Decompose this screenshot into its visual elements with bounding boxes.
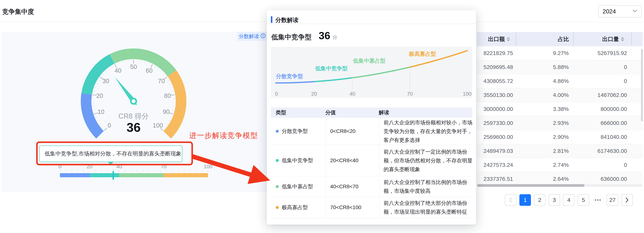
desc-text: 前八大企业控制了绝大部分的市场份额，市场呈现出明显的寡头垄断特征	[384, 199, 472, 216]
score-interpretation-modal: 分数解读 低集中竞争型 36 分 分散竞争型 低集中竞争型 低集中寡占型 极高寡…	[267, 10, 476, 225]
cell-export-volume: 0	[573, 60, 627, 74]
cell-export-volume: 841040.00	[573, 130, 627, 144]
modal-title-accent-bar	[271, 16, 272, 23]
desc-text: 前八大企业控制了一定比例的市场份额，但市场仍然相对分散，不存在明显的寡头垄断现象	[384, 147, 472, 174]
type-dot	[276, 206, 279, 209]
pagination-page-2[interactable]: 2	[534, 194, 546, 206]
cell-share: 3.38%	[516, 102, 569, 116]
pagination-page-27[interactable]: 27	[607, 194, 618, 206]
gauge-metric-label: CR8 得分	[96, 111, 171, 121]
cell-export-amount: 2427573.24	[477, 158, 513, 172]
table-header-share: 占比	[522, 32, 569, 46]
th-type: 类型	[276, 109, 286, 116]
curve-x-label-40: 40	[350, 91, 355, 97]
modal-score-unit: 分	[332, 34, 337, 41]
table-row: 3550130.00 4.00% 1467062.00	[477, 88, 643, 102]
table-row: 2337376.51 2.64% 636000.00	[477, 172, 643, 186]
type-name: 极高寡占型	[282, 204, 308, 211]
column-divider	[516, 32, 516, 46]
scale-bar-segment-1	[60, 173, 90, 177]
interpretation-curve-chart: 分散竞争型 低集中竞争型 低集中寡占型 极高寡占型 0 20 40 70 100	[271, 47, 472, 98]
gauge-score-value: 36	[96, 120, 171, 135]
table-row: 2427573.24 2.74% 0	[477, 158, 643, 172]
type-dot	[276, 159, 279, 162]
curve-label-low-oligopoly: 低集中寡占型	[353, 58, 386, 64]
range-value: 20<CR8<40	[330, 158, 358, 164]
page-title: 竞争集中度	[2, 7, 34, 16]
cell-export-amount: 5209695.48	[477, 60, 513, 74]
pagination-page-3[interactable]: 3	[548, 194, 560, 206]
type-name: 分散竞争型	[282, 128, 308, 135]
header-label: 出口量	[602, 35, 619, 43]
cell-export-volume: 0	[573, 74, 627, 88]
pagination-page-5[interactable]: 5	[578, 194, 589, 206]
header-label: 占比	[558, 35, 569, 43]
range-value: 40<CR8<70	[330, 184, 358, 190]
table-row: 4308055.72 4.86% 0	[477, 74, 643, 88]
scale-bar-label-20: 20	[82, 164, 97, 170]
table-header-export-amount[interactable]: 出口额	[479, 32, 510, 46]
cell-export-amount: 2337376.51	[477, 172, 513, 186]
chevron-down-icon	[632, 9, 637, 13]
table-row: 2569600.00 2.90% 841040.00	[477, 130, 643, 144]
curve-label-high-oligopoly: 极高寡占型	[408, 51, 436, 57]
scale-bar-label-0: 0	[52, 164, 67, 170]
scale-bar-marker	[112, 171, 114, 180]
pagination-ellipsis[interactable]: •••	[592, 194, 604, 206]
header-label: 出口额	[488, 35, 505, 43]
curve-label-low-competition: 低集中竞争型	[315, 65, 348, 71]
type-name: 低集中寡占型	[282, 183, 313, 190]
cell-export-volume: 636000.00	[573, 172, 627, 186]
curve-x-label-100: 100	[463, 91, 472, 97]
interpretation-table-header: 类型 分值 解读	[271, 107, 472, 118]
pagination-prev-button[interactable]	[505, 194, 516, 206]
cell-export-volume: 5267915.92	[573, 46, 627, 60]
type-dot	[276, 185, 279, 188]
range-value: 0<CR8<20	[330, 128, 356, 134]
type-name: 低集中竞争型	[282, 157, 313, 164]
info-circle-icon	[260, 33, 266, 40]
table-row: 2489479.03 2.81% 6174630.00	[477, 144, 643, 158]
scale-bar-segment-2	[90, 173, 119, 177]
interpretation-row: 低集中竞争型 20<CR8<40 前八大企业控制了一定比例的市场份额，但市场仍然…	[271, 145, 472, 176]
cell-export-volume: 666000.00	[573, 116, 627, 130]
interpretation-row: 分散竞争型 0<CR8<20 前八大企业的市场份额相对较小，市场竞争较为分散，存…	[271, 118, 472, 145]
scale-bar-segment-4	[164, 173, 208, 177]
column-divider	[573, 32, 574, 46]
th-desc: 解读	[379, 109, 389, 116]
score-interpretation-link[interactable]: 分数解读	[237, 32, 267, 41]
cell-share: 5.88%	[516, 60, 569, 74]
scale-bar-label-40: 40	[112, 164, 127, 170]
cell-export-amount: 2489479.03	[477, 144, 513, 158]
curve-x-label-0: 0	[275, 91, 278, 97]
column-divider	[632, 32, 632, 46]
scale-bar-label-70: 70	[156, 164, 171, 170]
score-interpretation-link-label: 分数解读	[239, 33, 259, 40]
interpretation-row: 极高寡占型 70<CR8<100 前八大企业控制了绝大部分的市场份额，市场呈现出…	[271, 197, 472, 218]
scale-bar-label-100: 100	[200, 164, 216, 170]
cell-export-volume: 800000.00	[573, 102, 627, 116]
gauge-result-tooltip-text: 低集中竞争型,市场相对分散，不存在明显的寡头垄断现象	[44, 150, 181, 158]
cell-share: 2.64%	[516, 172, 569, 186]
vertical-scrollbar[interactable]	[641, 49, 643, 122]
pagination-page-4[interactable]: 4	[563, 194, 574, 206]
modal-title: 分数解读	[275, 16, 298, 24]
cell-export-volume: 0	[573, 158, 627, 172]
sort-icon[interactable]	[507, 37, 510, 41]
horizontal-scrollbar-thumb[interactable]	[477, 184, 584, 187]
cell-export-amount: 4308055.72	[477, 74, 513, 88]
pagination-page-1[interactable]: 1	[520, 194, 531, 206]
year-select[interactable]: 2024	[598, 5, 642, 17]
table-header-export-volume[interactable]: 出口量	[578, 32, 624, 46]
cell-share: 4.86%	[516, 74, 569, 88]
chevron-right-icon	[625, 197, 629, 203]
interpretation-row: 低集中寡占型 40<CR8<70 前八大企业控制了相当比例的市场份额，市场集中度…	[271, 176, 472, 197]
pagination-next-button[interactable]	[621, 194, 633, 206]
modal-type-name: 低集中竞争型	[271, 33, 312, 42]
cell-share: 9.27%	[516, 46, 569, 60]
cell-export-amount: 8221829.75	[477, 46, 513, 60]
cell-share: 2.81%	[516, 144, 569, 158]
th-range: 分值	[325, 109, 336, 116]
cell-share: 2.74%	[516, 158, 569, 172]
sort-icon[interactable]	[621, 37, 624, 41]
